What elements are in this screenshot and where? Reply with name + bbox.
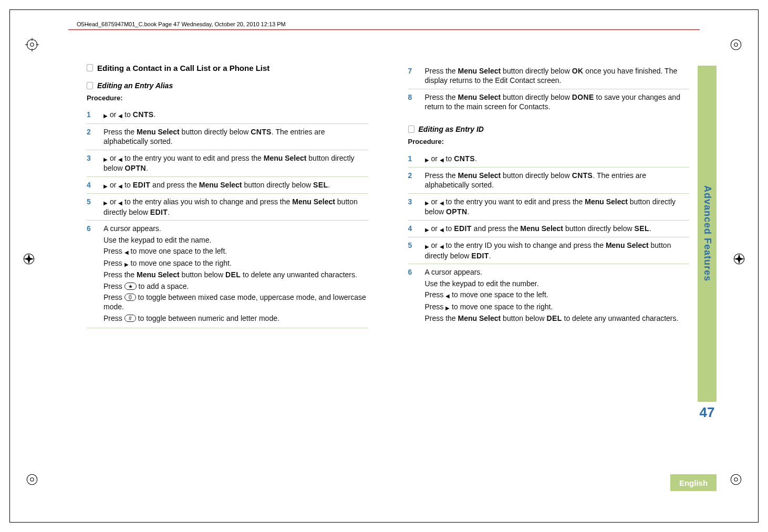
bold-label: Menu Select — [199, 181, 242, 189]
svg-point-7 — [27, 474, 37, 485]
registration-mark-icon — [25, 473, 39, 486]
code-label: OPTN — [124, 164, 146, 172]
step-body: or to the entry you want to edit and pre… — [425, 197, 690, 217]
page-number: 47 — [698, 404, 717, 421]
left-arrow-icon — [440, 224, 444, 234]
step-number: 5 — [87, 197, 94, 217]
step-body: Press the Menu Select button directly be… — [425, 66, 690, 86]
step-number: 4 — [408, 224, 416, 234]
step-body: or to EDIT and press the Menu Select but… — [103, 180, 368, 190]
step-row: 3 or to the entry you want to edit and p… — [408, 194, 690, 221]
bold-label: Menu Select — [137, 128, 180, 136]
bold-label: Menu Select — [458, 171, 501, 180]
code-label: OPTN — [446, 207, 468, 216]
right-arrow-icon — [124, 259, 129, 268]
procedure-label: Procedure: — [87, 93, 368, 102]
left-arrow-icon — [440, 197, 444, 207]
step-row: 8 Press the Menu Select button directly … — [408, 89, 690, 115]
right-arrow-icon — [445, 302, 450, 312]
code-label: DONE — [572, 93, 594, 101]
bold-label: Menu Select — [585, 197, 628, 206]
step-number: 1 — [87, 110, 94, 120]
step-body: or to CNTS. — [425, 154, 690, 164]
step-row: 7 Press the Menu Select button directly … — [408, 63, 690, 89]
right-arrow-icon — [103, 181, 108, 190]
code-label: EDIT — [133, 181, 151, 189]
section-heading: Editing a Contact in a Call List or a Ph… — [87, 63, 368, 74]
svg-point-1 — [30, 43, 34, 47]
code-label: OK — [572, 67, 584, 75]
step-row: 1 or to CNTS. — [408, 151, 690, 168]
step-row: 5 or to the entry ID you wish to change … — [408, 237, 690, 264]
zero-key-icon: 0 — [124, 294, 136, 301]
step-body: or to EDIT and press the Menu Select but… — [425, 224, 690, 234]
right-arrow-icon — [425, 241, 429, 251]
left-arrow-icon — [124, 247, 129, 256]
svg-point-13 — [734, 478, 738, 482]
code-label: CNTS — [454, 154, 475, 163]
registration-mark-icon — [25, 38, 39, 51]
bold-label: Menu Select — [458, 314, 501, 322]
right-arrow-icon — [103, 110, 108, 120]
right-arrow-icon — [425, 224, 429, 234]
step-row: 6 A cursor appears. Use the keypad to ed… — [408, 264, 690, 328]
svg-point-0 — [27, 39, 37, 50]
subsection-heading: Editing an Entry Alias — [87, 81, 368, 90]
code-label: EDIT — [454, 224, 472, 233]
step-row: 4 or to EDIT and press the Menu Select b… — [408, 221, 690, 237]
bold-label: Menu Select — [137, 270, 180, 279]
bold-label: Menu Select — [458, 93, 501, 101]
step-number: 3 — [408, 197, 416, 217]
step-body: or to the entry alias you wish to change… — [103, 197, 368, 217]
hash-key-icon: # — [124, 315, 136, 322]
step-number: 6 — [408, 267, 416, 325]
step-number: 2 — [408, 171, 416, 190]
svg-point-9 — [731, 39, 741, 50]
step-row: 1 or to CNTS. — [87, 107, 368, 123]
header-rule — [68, 29, 700, 30]
bold-label: Menu Select — [520, 224, 563, 233]
bold-label: Menu Select — [264, 154, 307, 162]
left-arrow-icon — [445, 290, 450, 300]
running-header: O5Head_6875947M01_C.book Page 47 Wednesd… — [77, 21, 286, 27]
step-row: 6 A cursor appears. Use the keypad to ed… — [87, 221, 368, 328]
section-heading-text: Editing a Contact in a Call List or a Ph… — [97, 63, 269, 74]
bold-label: Menu Select — [606, 241, 649, 249]
code-label: CNTS — [572, 171, 593, 180]
right-arrow-icon — [425, 197, 429, 207]
bold-label: Menu Select — [458, 67, 501, 75]
step-body: A cursor appears. Use the keypad to edit… — [425, 267, 690, 325]
document-icon — [408, 126, 414, 133]
step-number: 4 — [87, 180, 94, 190]
code-label: CNTS — [133, 110, 154, 119]
left-arrow-icon — [440, 154, 444, 164]
registration-mark-icon — [729, 38, 743, 51]
step-row: 2 Press the Menu Select button directly … — [408, 168, 690, 194]
step-row: 3 or to the entry you want to edit and p… — [87, 150, 368, 177]
right-arrow-icon — [103, 197, 108, 207]
subsection-heading-text: Editing an Entry Alias — [97, 81, 173, 90]
procedure-label: Procedure: — [408, 137, 690, 146]
code-label: DEL — [225, 270, 241, 279]
svg-point-8 — [30, 478, 34, 482]
step-number: 1 — [408, 154, 416, 164]
left-arrow-icon — [440, 241, 444, 251]
code-label: DEL — [546, 314, 562, 322]
step-row: 5 or to the entry alias you wish to chan… — [87, 194, 368, 221]
step-body: Press the Menu Select button directly be… — [425, 92, 690, 112]
step-body: Press the Menu Select button directly be… — [425, 171, 690, 190]
subsection-heading-text: Editing as Entry ID — [419, 124, 484, 134]
code-label: CNTS — [251, 128, 272, 136]
step-number: 2 — [87, 127, 94, 147]
svg-point-12 — [731, 474, 741, 485]
step-row: 4 or to EDIT and press the Menu Select b… — [87, 177, 368, 194]
svg-point-10 — [734, 43, 738, 47]
bold-label: Menu Select — [292, 197, 335, 206]
step-body: A cursor appears. Use the keypad to edit… — [103, 224, 368, 325]
step-number: 8 — [408, 92, 416, 112]
right-arrow-icon — [425, 154, 429, 164]
code-label: EDIT — [150, 208, 168, 216]
right-column: 7 Press the Menu Select button directly … — [408, 63, 690, 485]
registration-mark-icon — [22, 252, 36, 266]
subsection-heading: Editing as Entry ID — [408, 124, 690, 134]
